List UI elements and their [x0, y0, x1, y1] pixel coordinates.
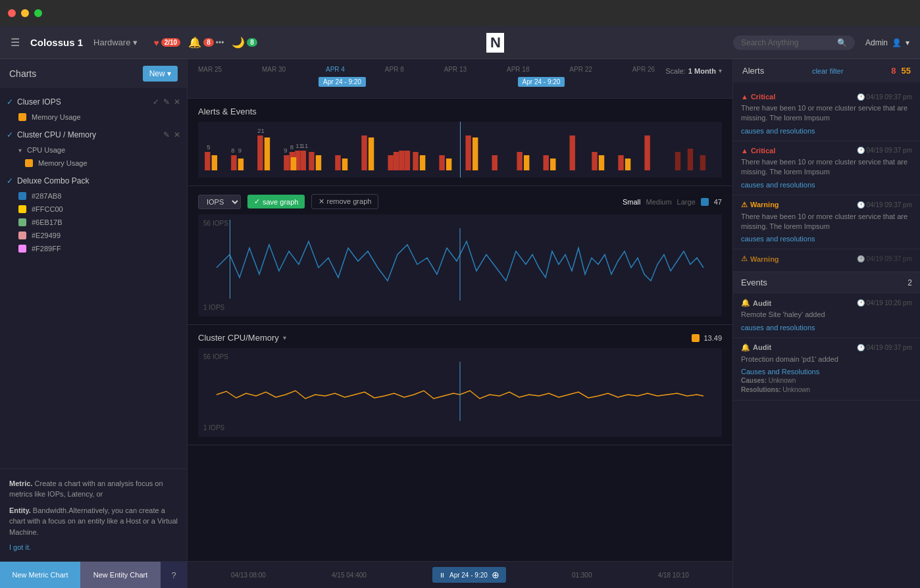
- health-badge[interactable]: ♥ 2/10: [153, 37, 180, 48]
- new-chart-button[interactable]: New ▾: [143, 66, 178, 82]
- sub-item-label: #FFCC00: [32, 205, 63, 213]
- sidebar-content: ✓ Cluser IOPS ✓ ✎ ✕ Memory Usage ✓: [0, 88, 187, 468]
- cluster-legend-dot: [692, 334, 700, 342]
- cluster-legend-value: 13.49: [703, 334, 722, 342]
- search-bar[interactable]: 🔍: [733, 36, 855, 50]
- svg-rect-33: [592, 152, 597, 170]
- clear-filter-link[interactable]: clear filter: [812, 67, 844, 75]
- cluster-y-min: 1 IOPS: [203, 424, 717, 431]
- health-count: 2/10: [161, 38, 180, 47]
- svg-rect-21: [413, 152, 418, 170]
- metric-label: Metric.: [9, 479, 32, 487]
- svg-rect-9: [265, 137, 270, 170]
- size-large[interactable]: Large: [677, 198, 696, 206]
- alert-severity-warning: ⚠ Warning: [741, 255, 779, 263]
- cluster-legend: 13.49: [692, 334, 722, 342]
- alert-header-row: ⚠ Warning 🕐 04/19 09:37 pm: [741, 255, 912, 263]
- alert-badge[interactable]: 🔔 8 •••: [188, 36, 224, 49]
- scale-chevron-icon[interactable]: ▾: [719, 67, 722, 74]
- timeline-date: APR 26: [632, 66, 655, 73]
- svg-rect-25: [420, 155, 425, 170]
- check-icon: ✓: [7, 176, 13, 185]
- event-severity-audit: 🔔 Audit: [741, 299, 771, 307]
- event-time: 🕐 04/19 10:26 pm: [857, 299, 913, 306]
- help-button[interactable]: ?: [161, 562, 187, 588]
- timeline-date: APR 8: [385, 66, 404, 73]
- pause-icon: ⏸: [439, 572, 446, 579]
- entity-label: Entity.: [9, 506, 31, 514]
- events-count: 2: [907, 278, 912, 287]
- alert-item-critical-2: ▲ Critical 🕐 04/19 09:37 pm There have b…: [733, 141, 920, 195]
- traffic-light-red[interactable]: [8, 9, 16, 17]
- hardware-menu[interactable]: Hardware ▾: [93, 37, 138, 47]
- alert-time: 🕐 04/19 09:37 pm: [857, 147, 913, 154]
- critical-icon: ▲: [741, 93, 748, 101]
- alert-count-yellow: 55: [902, 66, 911, 76]
- top-nav: ☰ Colossus 1 Hardware ▾ ♥ 2/10 🔔 8 ••• 🌙…: [0, 26, 920, 59]
- causes-link-2[interactable]: causes and resolutions: [741, 181, 815, 189]
- color-dot: [18, 205, 26, 213]
- i-got-it-link[interactable]: I got it.: [9, 543, 31, 551]
- timeline-marker-1[interactable]: Apr 24 - 9:20: [319, 77, 366, 87]
- scale-value: 1 Month: [688, 67, 716, 75]
- svg-rect-12: [335, 155, 340, 170]
- new-metric-chart-button[interactable]: New Metric Chart: [0, 562, 80, 588]
- timeline-marker-2[interactable]: Apr 24 - 9:20: [518, 77, 565, 87]
- sub-item-287ab8: #287AB8: [0, 189, 187, 203]
- chart-group-header-cluster-cpu[interactable]: ✓ Cluster CPU / Memory ✎ ✕: [0, 126, 187, 143]
- check-action-icon[interactable]: ✓: [153, 97, 159, 107]
- cluster-chevron-icon[interactable]: ▾: [283, 334, 286, 341]
- admin-menu[interactable]: Admin 👤 ▾: [865, 38, 909, 47]
- bt-time-3: 01:300: [572, 572, 592, 579]
- causes-link-3[interactable]: causes and resolutions: [741, 235, 815, 243]
- chart-group-cluster-cpu: ✓ Cluster CPU / Memory ✎ ✕ ▾ CPU Usage M…: [0, 126, 187, 170]
- iops-y-min: 1 IOPS: [203, 304, 717, 311]
- event-link-2[interactable]: Causes and Resolutions: [741, 368, 819, 376]
- svg-rect-31: [524, 155, 529, 170]
- bt-active-marker[interactable]: ⏸ Apr 24 - 9:20 ⊕: [432, 567, 506, 583]
- iops-select[interactable]: IOPS: [198, 195, 241, 209]
- search-input[interactable]: [741, 38, 833, 47]
- timeline-date: MAR 25: [198, 66, 222, 73]
- svg-rect-14: [388, 155, 393, 170]
- close-action-icon[interactable]: ✕: [174, 97, 180, 107]
- svg-rect-23: [465, 135, 471, 170]
- alert-item-critical-1: ▲ Critical 🕐 04/19 09:37 pm There have b…: [733, 87, 920, 141]
- scale-label: Scale:: [665, 67, 686, 75]
- clock-icon: 🕐: [857, 201, 865, 208]
- edit-action-icon[interactable]: ✎: [163, 97, 170, 107]
- traffic-light-yellow[interactable]: [21, 9, 29, 17]
- save-graph-button[interactable]: ✓ save graph: [247, 195, 305, 208]
- alert-header-row: ⚠ Warning 🕐 04/19 09:37 pm: [741, 201, 912, 209]
- causes-link-1[interactable]: causes and resolutions: [741, 127, 815, 135]
- svg-rect-19: [342, 159, 347, 170]
- size-small[interactable]: Small: [623, 198, 641, 206]
- remove-graph-button[interactable]: ✕ remove graph: [311, 194, 378, 209]
- traffic-light-green[interactable]: [34, 9, 42, 17]
- close-action-icon[interactable]: ✕: [174, 130, 180, 139]
- alert-time: 🕐 04/19 09:37 pm: [857, 93, 913, 101]
- edit-action-icon[interactable]: ✎: [163, 130, 170, 139]
- clock-icon: 🕐: [857, 299, 865, 306]
- hamburger-icon[interactable]: ☰: [11, 36, 20, 49]
- new-entity-chart-button[interactable]: New Entity Chart: [80, 562, 161, 588]
- bt-time-2: 4/15 04:400: [332, 572, 367, 579]
- search-icon[interactable]: 🔍: [837, 38, 847, 47]
- main-layout: Charts New ▾ ✓ Cluser IOPS ✓ ✎ ✕ Memory …: [0, 59, 920, 588]
- sub-item-cpu-usage: ▾ CPU Usage: [0, 143, 187, 157]
- svg-rect-18: [316, 155, 321, 170]
- chart-group-cluser-iops: ✓ Cluser IOPS ✓ ✎ ✕ Memory Usage: [0, 93, 187, 124]
- group-actions: ✎ ✕: [163, 130, 180, 139]
- iops-chart-svg: [203, 228, 717, 301]
- sub-item-label: CPU Usage: [27, 146, 65, 154]
- chart-group-header-deluxe[interactable]: ✓ Deluxe Combo Pack: [0, 172, 187, 189]
- svg-rect-24: [492, 155, 497, 170]
- chart-group-header-cluser-iops[interactable]: ✓ Cluser IOPS ✓ ✎ ✕: [0, 93, 187, 110]
- moon-badge[interactable]: 🌙 8: [232, 36, 257, 49]
- event-link-1[interactable]: causes and resolutions: [741, 324, 815, 331]
- sub-item-memory-usage: Memory Usage: [0, 110, 187, 124]
- cluster-y-max: 56 IOPS: [203, 353, 717, 360]
- svg-rect-35: [644, 135, 650, 170]
- sub-item-label: Memory Usage: [32, 113, 81, 121]
- size-medium[interactable]: Medium: [646, 198, 671, 206]
